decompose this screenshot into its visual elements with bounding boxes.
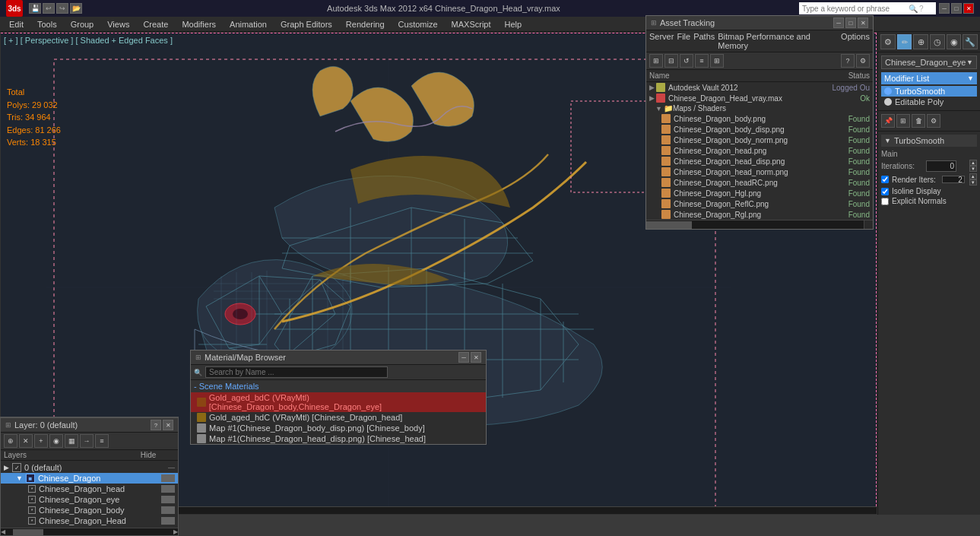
asset-menu-file[interactable]: File <box>677 32 690 50</box>
asset-item-vault[interactable]: ▶ Autodesk Vault 2012 Logged Ou <box>646 82 873 93</box>
asset-item-head-png[interactable]: Chinese_Dragon_head.png Found <box>646 145 873 156</box>
menu-help[interactable]: Help <box>499 18 528 30</box>
select-layer-button[interactable]: ▦ <box>65 434 78 448</box>
asset-item-body-disp[interactable]: Chinese_Dragon_body_disp.png Found <box>646 124 873 135</box>
menu-create[interactable]: Create <box>137 18 174 30</box>
search-input[interactable] <box>802 5 909 13</box>
scroll-left-icon[interactable]: ◀ <box>1 528 5 535</box>
asset-tool-2[interactable]: ↺ <box>680 54 693 68</box>
config-modifier-sets-button[interactable]: ⚙ <box>927 114 940 128</box>
hierarchy-tab[interactable]: ⊕ <box>913 34 928 49</box>
layers-scrollbar[interactable]: ◀ ▶ <box>1 528 178 535</box>
layer-properties-button[interactable]: ≡ <box>95 434 109 448</box>
modifier-list-header[interactable]: Modifier List ▼ <box>881 72 977 84</box>
asset-item-hgl[interactable]: Chinese_Dragon_Hgl.png Found <box>646 188 873 198</box>
asset-close[interactable]: ✕ <box>858 17 868 28</box>
display-tab[interactable]: ◉ <box>947 34 962 49</box>
select-objects-button[interactable]: ◉ <box>49 434 63 448</box>
material-item-3[interactable]: Map #1(Chinese_Dragon_head_disp.png) [Ch… <box>191 433 486 444</box>
motion-tab[interactable]: ◷ <box>930 34 945 49</box>
remove-modifier-button[interactable]: 🗑 <box>912 114 925 128</box>
material-browser-close[interactable]: ✕ <box>471 352 481 363</box>
asset-item-reflc[interactable]: Chinese_Dragon_ReflC.png Found <box>646 198 873 209</box>
menu-views[interactable]: Views <box>101 18 135 30</box>
menu-customize[interactable]: Customize <box>392 18 444 30</box>
render-iters-up[interactable]: ▲ <box>969 173 977 179</box>
render-iters-input[interactable] <box>942 176 965 183</box>
material-item-2[interactable]: Map #1(Chinese_Dragon_body_disp.png) [Ch… <box>191 423 486 433</box>
quick-access-redo[interactable]: ↪ <box>56 3 68 14</box>
layers-scrollbar-thumb[interactable] <box>13 529 43 535</box>
menu-edit[interactable]: Edit <box>3 18 30 30</box>
object-name-field[interactable]: Chinese_Dragon_eye ▼ <box>881 56 977 69</box>
layer-item-default[interactable]: ▶ ✓ 0 (default) — <box>1 462 178 473</box>
menu-group[interactable]: Group <box>65 18 100 30</box>
minimize-button[interactable]: ─ <box>939 3 950 14</box>
asset-menu-server[interactable]: Server <box>649 32 674 50</box>
scroll-right-icon[interactable]: ▶ <box>173 528 178 535</box>
asset-item-body-norm[interactable]: Chinese_Dragon_body_norm.png Found <box>646 135 873 145</box>
asset-item-rgl[interactable]: Chinese_Dragon_Rgl.png Found <box>646 209 873 220</box>
utilities-tab[interactable]: 🔧 <box>963 34 978 49</box>
layer-item-dragon-head2[interactable]: * Chinese_Dragon_Head <box>1 515 178 526</box>
make-unique-button[interactable]: ⊞ <box>896 114 910 128</box>
viewport-label[interactable]: [ + ] [ Perspective ] [ Shaded + Edged F… <box>4 36 173 45</box>
add-to-layer-button[interactable]: + <box>34 434 48 448</box>
render-iters-down[interactable]: ▼ <box>969 179 977 186</box>
asset-tool-3[interactable]: ≡ <box>695 54 709 68</box>
asset-tool-0[interactable]: ⊞ <box>649 54 663 68</box>
asset-menu-paths[interactable]: Paths <box>693 32 715 50</box>
layer-item-dragon-body[interactable]: * Chinese_Dragon_body <box>1 505 178 515</box>
menu-graph-editors[interactable]: Graph Editors <box>274 18 338 30</box>
menu-maxscript[interactable]: MAXScript <box>446 18 497 30</box>
asset-tool-4[interactable]: ⊞ <box>710 54 724 68</box>
asset-hscrollbar[interactable] <box>646 220 864 229</box>
asset-item-max[interactable]: ▶ Chinese_Dragon_Head_vray.max Ok <box>646 93 873 103</box>
create-layer-button[interactable]: ⊕ <box>4 434 17 448</box>
material-scene-section[interactable]: Scene Materials <box>191 380 486 392</box>
menu-modifiers[interactable]: Modifiers <box>176 18 222 30</box>
layer-item-dragon-eye[interactable]: * Chinese_Dragon_eye <box>1 494 178 505</box>
isoline-display-checkbox[interactable] <box>881 188 889 195</box>
asset-item-maps-folder[interactable]: ▼ 📁 Maps / Shaders <box>646 103 873 113</box>
layer-visibility-head2[interactable]: * <box>28 517 36 525</box>
layer-hide-default[interactable]: — <box>168 464 175 471</box>
iterations-up[interactable]: ▲ <box>969 160 977 166</box>
material-item-1[interactable]: Gold_aged_hdC (VRayMtl) [Chinese_Dragon_… <box>191 412 486 423</box>
create-tab[interactable]: ⚙ <box>880 34 896 49</box>
asset-hscrollbar-thumb[interactable] <box>646 221 692 229</box>
asset-menu-options[interactable]: Options <box>841 32 870 50</box>
asset-help[interactable]: ? <box>841 54 855 68</box>
layers-help[interactable]: ? <box>151 420 161 430</box>
layer-visibility-head[interactable]: * <box>28 485 36 493</box>
object-name-dropdown[interactable]: ▼ <box>966 59 973 66</box>
menu-animation[interactable]: Animation <box>224 18 273 30</box>
layer-visibility-dragon[interactable]: ■ <box>26 474 35 483</box>
modifier-editable-poly[interactable]: Editable Poly <box>881 97 977 107</box>
delete-layer-button[interactable]: ✕ <box>19 434 33 448</box>
quick-access-undo[interactable]: ↩ <box>43 3 55 14</box>
asset-item-head-norm[interactable]: Chinese_Dragon_head_norm.png Found <box>646 167 873 177</box>
asset-maximize[interactable]: □ <box>845 17 856 28</box>
modifier-turbosmooth[interactable]: TurboSmooth <box>881 86 977 97</box>
asset-menu-bitmap[interactable]: Bitmap Performance and Memory <box>718 32 835 50</box>
asset-item-head-disp[interactable]: Chinese_Dragon_head_disp.png Found <box>646 156 873 167</box>
menu-tools[interactable]: Tools <box>31 18 63 30</box>
move-to-layer-button[interactable]: → <box>80 434 94 448</box>
asset-tool-1[interactable]: ⊟ <box>664 54 678 68</box>
asset-minimize[interactable]: ─ <box>833 17 844 28</box>
modify-tab[interactable]: ✏ <box>897 34 912 49</box>
iterations-down[interactable]: ▼ <box>969 166 977 172</box>
material-search-input[interactable] <box>205 366 388 378</box>
quick-access-save[interactable]: 💾 <box>29 3 41 14</box>
modifier-list-dropdown[interactable]: ▼ <box>967 75 974 82</box>
asset-settings[interactable]: ⚙ <box>856 54 870 68</box>
asset-item-headrc[interactable]: Chinese_Dragon_headRC.png Found <box>646 177 873 188</box>
material-item-0[interactable]: Gold_aged_bdC (VRayMtl) [Chinese_Dragon_… <box>191 392 486 412</box>
layers-close[interactable]: ✕ <box>163 420 173 430</box>
explicit-normals-checkbox[interactable] <box>881 198 889 205</box>
material-browser-minimize[interactable]: ─ <box>458 352 469 363</box>
layer-visibility-eye[interactable]: * <box>28 496 36 503</box>
render-iters-checkbox[interactable] <box>881 176 889 183</box>
layer-visibility-body[interactable]: * <box>28 506 36 514</box>
